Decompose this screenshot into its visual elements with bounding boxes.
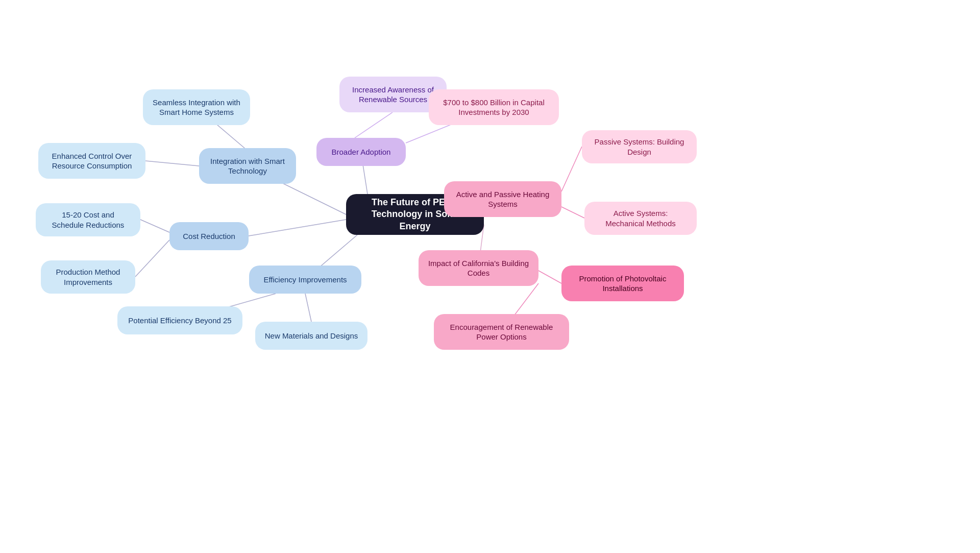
active-passive-heating-label: Active and Passive Heating Systems bbox=[453, 189, 552, 209]
california-codes-label: Impact of California's Building Codes bbox=[428, 258, 529, 278]
node-seamless-integration: Seamless Integration with Smart Home Sys… bbox=[143, 89, 250, 125]
enhanced-control-label: Enhanced Control Over Resource Consumpti… bbox=[47, 151, 136, 171]
node-passive-systems: Passive Systems: Building Design bbox=[582, 130, 697, 163]
new-materials-label: New Materials and Designs bbox=[265, 331, 358, 341]
cost-schedule-label: 15-20 Cost and Schedule Reductions bbox=[45, 210, 131, 230]
increased-awareness-label: Increased Awareness of Renewable Sources bbox=[349, 85, 437, 105]
svg-line-11 bbox=[305, 294, 311, 322]
production-method-label: Production Method Improvements bbox=[50, 267, 126, 287]
node-integration-smart: Integration with Smart Technology bbox=[199, 148, 296, 184]
promotion-photovoltaic-label: Promotion of Photovoltaic Installations bbox=[571, 274, 675, 294]
cost-reduction-label: Cost Reduction bbox=[183, 231, 235, 242]
encouragement-renewable-label: Encouragement of Renewable Power Options bbox=[443, 322, 560, 342]
node-encouragement-renewable: Encouragement of Renewable Power Options bbox=[434, 314, 569, 350]
mind-map: The Future of PERC Technology in Solar E… bbox=[0, 0, 980, 553]
node-potential-efficiency: Potential Efficiency Beyond 25 bbox=[117, 306, 242, 334]
svg-line-9 bbox=[135, 240, 169, 277]
passive-systems-label: Passive Systems: Building Design bbox=[591, 137, 688, 157]
node-enhanced-control: Enhanced Control Over Resource Consumpti… bbox=[38, 143, 145, 179]
node-capital-investments: $700 to $800 Billion in Capital Investme… bbox=[429, 89, 559, 125]
svg-line-15 bbox=[561, 207, 584, 218]
node-new-materials: New Materials and Designs bbox=[255, 322, 368, 350]
capital-investments-label: $700 to $800 Billion in Capital Investme… bbox=[438, 98, 550, 117]
active-systems-label: Active Systems: Mechanical Methods bbox=[594, 208, 688, 228]
svg-line-12 bbox=[355, 112, 393, 138]
node-cost-schedule: 15-20 Cost and Schedule Reductions bbox=[36, 203, 140, 236]
node-broader-adoption: Broader Adoption bbox=[316, 138, 406, 166]
node-active-systems: Active Systems: Mechanical Methods bbox=[584, 202, 697, 235]
svg-line-8 bbox=[140, 220, 169, 232]
efficiency-improvements-label: Efficiency Improvements bbox=[263, 275, 347, 285]
node-california-codes: Impact of California's Building Codes bbox=[419, 250, 538, 286]
svg-line-16 bbox=[538, 271, 561, 283]
svg-line-1 bbox=[249, 220, 346, 236]
broader-adoption-label: Broader Adoption bbox=[332, 147, 391, 157]
svg-line-7 bbox=[145, 161, 199, 166]
node-production-method: Production Method Improvements bbox=[41, 260, 135, 294]
integration-smart-label: Integration with Smart Technology bbox=[208, 156, 287, 176]
potential-efficiency-label: Potential Efficiency Beyond 25 bbox=[128, 316, 231, 326]
svg-line-14 bbox=[561, 147, 582, 191]
seamless-integration-label: Seamless Integration with Smart Home Sys… bbox=[152, 98, 241, 117]
node-efficiency-improvements: Efficiency Improvements bbox=[249, 266, 361, 294]
node-promotion-photovoltaic: Promotion of Photovoltaic Installations bbox=[561, 266, 684, 301]
node-active-passive-heating: Active and Passive Heating Systems bbox=[444, 181, 561, 217]
node-cost-reduction: Cost Reduction bbox=[169, 222, 249, 250]
